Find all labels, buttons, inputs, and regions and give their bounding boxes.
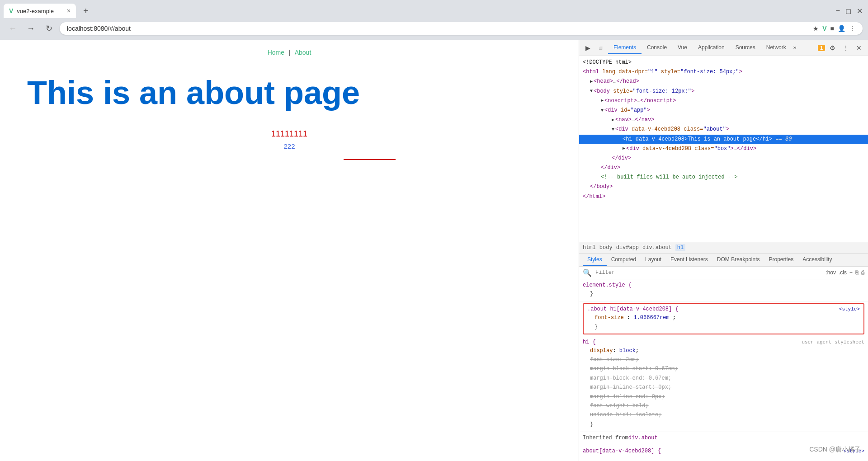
h1-font-size-val: 2em (626, 357, 636, 363)
devtools-inspect-icon[interactable]: ▶ (583, 42, 593, 53)
devtools-close-icon[interactable]: ✕ (854, 42, 864, 53)
tab-elements[interactable]: Elements (608, 42, 642, 54)
home-link[interactable]: Home (268, 49, 284, 56)
new-tab-button[interactable]: + (80, 4, 92, 18)
forward-button[interactable]: → (24, 21, 38, 36)
hov-button[interactable]: :hov (826, 269, 836, 276)
cls-button[interactable]: .cls (839, 269, 847, 276)
h1-margin-inline-end-prop: margin-inline-end (590, 394, 645, 400)
breadcrumb-body[interactable]: body (599, 245, 613, 251)
about-h1-source[interactable]: <style> (839, 306, 860, 312)
tab-application[interactable]: Application (693, 42, 730, 54)
box-triangle[interactable]: ▶ (623, 145, 625, 152)
h1-ua-margin-inline-start: margin-inline-start: 0px; (583, 383, 864, 392)
dom-line-doctype: <!DOCTYPE html> (579, 58, 868, 67)
breadcrumb-h1[interactable]: h1 (675, 244, 685, 251)
inherited-from[interactable]: div.about (628, 435, 658, 441)
html-tag: <html (583, 68, 599, 76)
element-style-selector: element.style { (583, 282, 632, 288)
breadcrumb-bar: html body div#app div.about h1 (579, 242, 868, 254)
about-link[interactable]: About (295, 49, 311, 56)
bookmark-icon[interactable]: ★ (813, 25, 819, 32)
copy-styles-button[interactable]: ⎘ (855, 269, 859, 276)
body-tag-end: > (691, 87, 694, 96)
tab-close-button[interactable]: × (67, 7, 71, 14)
h1-ua-font-size: font-size: 2em; (583, 355, 864, 364)
menu-icon[interactable]: ⋮ (849, 25, 855, 32)
head-tag: <head> (594, 77, 613, 86)
devtools-more-icon[interactable]: ⋮ (840, 42, 852, 53)
minimize-button[interactable]: − (836, 7, 840, 15)
subtab-accessibility[interactable]: Accessibility (798, 254, 836, 266)
styles-subtabs: Styles Computed Layout Event Listeners D… (579, 254, 868, 267)
html-attr-lang: lang (599, 68, 615, 76)
body-triangle[interactable]: ▼ (590, 88, 593, 95)
app-id-val: "app" (631, 106, 647, 115)
box-ellipsis: … (734, 145, 737, 153)
body-tag: <body (594, 87, 610, 96)
box-class-val: "box" (714, 145, 730, 153)
breadcrumb-about[interactable]: div.about (642, 245, 672, 251)
h1-margin-inline-start-prop: margin-inline-start (590, 384, 652, 390)
add-style-button[interactable]: + (849, 269, 853, 276)
close-window-button[interactable]: ✕ (857, 7, 863, 15)
breadcrumb-app[interactable]: div#app (616, 245, 639, 251)
subtab-properties[interactable]: Properties (764, 254, 798, 266)
warn-badge: 1 (818, 45, 825, 51)
html-attr-style: style= (658, 68, 680, 76)
h1-margin-inline-end-val: 0px (652, 394, 662, 400)
subtab-dom-breakpoints[interactable]: DOM Breakpoints (712, 254, 764, 266)
about-h1-rule: .about h1[data-v-4cebd208] { <style> fon… (583, 303, 864, 334)
devtools-settings-icon[interactable]: ⚙ (827, 42, 838, 53)
page-navigation: Home | About (18, 49, 561, 56)
h1-margin-inline-start-val: 0px (658, 384, 668, 390)
dom-line-close-about: </div> (579, 154, 868, 163)
about-triangle[interactable]: ▼ (612, 126, 614, 133)
noscript-triangle[interactable]: ▶ (601, 97, 604, 104)
h1-unicode-bidi-val: isolate (636, 412, 658, 418)
h1-ua-margin-end: margin-block-end: 0.67em; (583, 374, 864, 383)
element-style-closing: } (590, 291, 593, 297)
styles-panel: element.style { } .about h1[data-v-4cebd… (579, 279, 868, 461)
app-triangle[interactable]: ▼ (601, 107, 604, 114)
subtab-styles[interactable]: Styles (583, 254, 607, 266)
dom-line-close-html: </html> (579, 192, 868, 202)
tab-network[interactable]: Network (761, 42, 792, 54)
app-div-end: > (647, 106, 650, 115)
h1-margin-end-val: 0.67em (649, 375, 668, 381)
inherited-section: Inherited from div.about (579, 432, 868, 445)
nav-ellipsis: … (632, 116, 635, 124)
restore-button[interactable]: ◻ (845, 7, 851, 15)
address-bar-input[interactable]: localhost:8080/#/about ★ V ■ 👤 ⋮ (60, 22, 863, 35)
head-ellipsis: … (613, 77, 616, 86)
breadcrumb-html[interactable]: html (583, 245, 596, 251)
devtools-device-icon[interactable]: ◽ (594, 42, 607, 53)
reload-button[interactable]: ↻ (42, 21, 56, 36)
body-close-tag: </body> (590, 183, 613, 191)
extensions-icon[interactable]: ■ (830, 25, 834, 32)
comment-text: <!-- built files will be auto injected -… (601, 173, 737, 182)
h1-ua-closing: } (590, 421, 593, 428)
h1-ua-display: display: block; (583, 346, 864, 355)
number-1: 11111111 (18, 129, 561, 139)
styles-filter-input[interactable] (595, 269, 822, 276)
h1-ua-close: } (583, 420, 864, 429)
app-close-tag: </div> (601, 164, 620, 172)
tab-console[interactable]: Console (642, 42, 672, 54)
h1-ua-margin-start: margin-block-start: 0.67em; (583, 364, 864, 373)
devtools-tabs: Elements Console Vue Application Sources… (608, 42, 817, 54)
tab-vue[interactable]: Vue (672, 42, 693, 54)
toggle-styles-button[interactable]: ⎙ (861, 269, 864, 276)
head-triangle[interactable]: ▶ (590, 78, 593, 85)
h1-ua-selector: h1 { (583, 339, 596, 345)
vue-devtools-icon[interactable]: V (822, 25, 826, 32)
profile-icon[interactable]: 👤 (838, 25, 845, 32)
tab-sources[interactable]: Sources (730, 42, 761, 54)
subtab-layout[interactable]: Layout (641, 254, 666, 266)
devtools-more-tabs[interactable]: » (792, 42, 798, 54)
nav-triangle[interactable]: ▶ (612, 117, 614, 124)
subtab-computed[interactable]: Computed (607, 254, 641, 266)
subtab-event-listeners[interactable]: Event Listeners (666, 254, 712, 266)
back-button[interactable]: ← (5, 21, 20, 36)
active-tab[interactable]: V vue2-example × (4, 4, 76, 18)
